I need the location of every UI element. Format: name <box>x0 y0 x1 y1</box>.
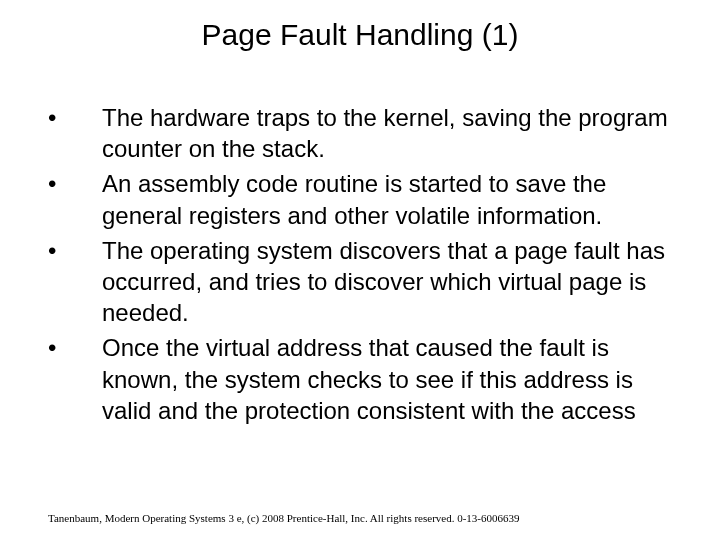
list-item: • The hardware traps to the kernel, savi… <box>48 102 672 164</box>
slide-content: • The hardware traps to the kernel, savi… <box>0 62 720 426</box>
list-item: • An assembly code routine is started to… <box>48 168 672 230</box>
bullet-text: An assembly code routine is started to s… <box>102 168 672 230</box>
bullet-icon: • <box>48 332 102 363</box>
bullet-text: The hardware traps to the kernel, saving… <box>102 102 672 164</box>
bullet-text: The operating system discovers that a pa… <box>102 235 672 329</box>
list-item: • Once the virtual address that caused t… <box>48 332 672 426</box>
bullet-icon: • <box>48 235 102 266</box>
bullet-text: Once the virtual address that caused the… <box>102 332 672 426</box>
slide-title: Page Fault Handling (1) <box>0 0 720 62</box>
list-item: • The operating system discovers that a … <box>48 235 672 329</box>
bullet-icon: • <box>48 168 102 199</box>
footer-citation: Tanenbaum, Modern Operating Systems 3 e,… <box>48 512 520 524</box>
bullet-icon: • <box>48 102 102 133</box>
slide: Page Fault Handling (1) • The hardware t… <box>0 0 720 540</box>
